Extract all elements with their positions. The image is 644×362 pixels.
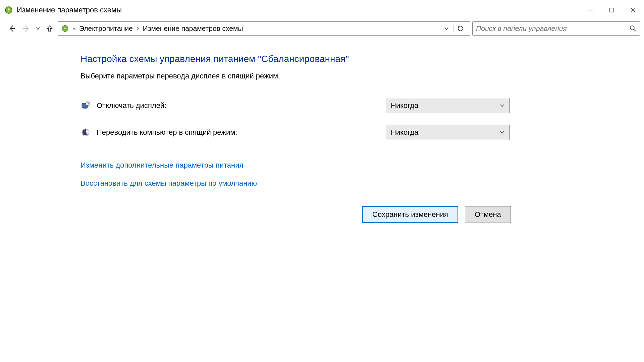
svg-rect-2 <box>610 8 614 12</box>
setting-row-display: Отключать дисплей: Никогда <box>80 101 644 111</box>
button-row: Сохранить изменения Отмена <box>0 198 644 223</box>
window-controls <box>580 0 644 20</box>
setting-row-sleep: Переводить компьютер в спящий режим: Ник… <box>80 127 644 137</box>
breadcrumb-seg-power[interactable]: Электропитание <box>79 24 133 33</box>
breadcrumb-dropdown-icon[interactable] <box>442 26 451 31</box>
page-subheading: Выберите параметры перевода дисплея в сп… <box>80 72 644 80</box>
save-button[interactable]: Сохранить изменения <box>362 206 458 223</box>
power-plan-icon <box>61 24 69 33</box>
refresh-button[interactable] <box>453 25 467 32</box>
display-off-label: Отключать дисплей: <box>97 101 166 110</box>
chevron-down-icon <box>499 130 505 135</box>
sleep-select[interactable]: Никогда <box>386 125 510 140</box>
link-restore-defaults[interactable]: Восстановить для схемы параметры по умол… <box>80 179 644 188</box>
sleep-label: Переводить компьютер в спящий режим: <box>97 128 237 137</box>
moon-icon <box>80 127 91 137</box>
nav-forward-button[interactable] <box>20 21 32 36</box>
breadcrumb-chevron-icon: « <box>72 25 76 32</box>
minimize-button[interactable] <box>580 0 601 20</box>
window-title: Изменение параметров схемы <box>17 6 122 14</box>
svg-rect-12 <box>83 109 87 109</box>
link-advanced-power[interactable]: Изменить дополнительные параметры питани… <box>80 161 644 170</box>
breadcrumb-seg-editplan[interactable]: Изменение параметров схемы <box>143 24 243 33</box>
display-off-select[interactable]: Никогда <box>386 98 510 113</box>
titlebar: Изменение параметров схемы <box>0 0 644 20</box>
breadcrumb[interactable]: « Электропитание Изменение параметров сх… <box>58 21 470 36</box>
nav-history-dropdown[interactable] <box>34 21 42 36</box>
links-section: Изменить дополнительные параметры питани… <box>80 161 644 188</box>
breadcrumb-chevron-icon <box>136 26 140 31</box>
monitor-timer-icon <box>80 101 91 111</box>
search-input[interactable] <box>476 24 630 33</box>
cancel-button[interactable]: Отмена <box>465 206 511 223</box>
close-button[interactable] <box>623 0 644 20</box>
maximize-button[interactable] <box>601 0 623 20</box>
search-icon[interactable] <box>630 25 636 32</box>
nav-back-button[interactable] <box>6 21 18 36</box>
navbar: « Электропитание Изменение параметров сх… <box>0 20 644 37</box>
page-heading: Настройка схемы управления питанием "Сба… <box>80 54 644 64</box>
power-plan-icon <box>4 5 13 15</box>
svg-line-9 <box>634 29 636 31</box>
search-box[interactable] <box>472 21 640 36</box>
svg-point-8 <box>630 26 634 30</box>
svg-rect-11 <box>84 108 86 109</box>
display-off-value: Никогда <box>391 101 418 110</box>
nav-up-button[interactable] <box>44 21 56 36</box>
content-area: Настройка схемы управления питанием "Сба… <box>0 37 644 188</box>
sleep-value: Никогда <box>391 128 418 137</box>
chevron-down-icon <box>499 103 505 108</box>
